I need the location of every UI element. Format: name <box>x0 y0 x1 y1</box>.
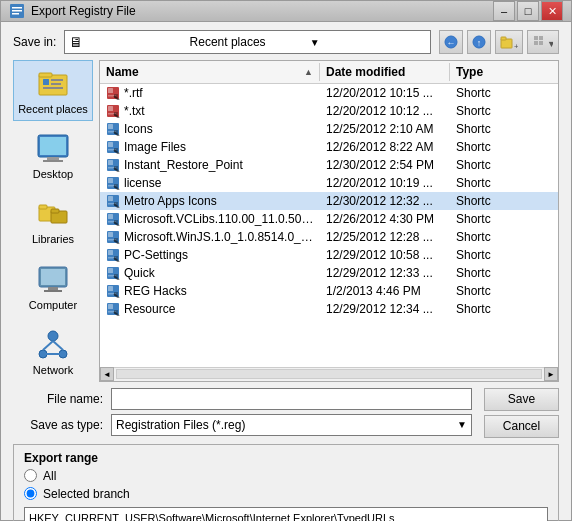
file-name-text: license <box>124 176 161 190</box>
table-row[interactable]: Microsoft.VCLibs.110.00_11.0.50712.1_x64… <box>100 210 558 228</box>
cancel-button[interactable]: Cancel <box>484 415 559 438</box>
sidebar-item-libraries[interactable]: Libraries <box>13 190 93 251</box>
close-button[interactable]: ✕ <box>541 1 563 21</box>
save-as-type-label: Save as type: <box>13 418 103 432</box>
file-type-cell: Shortc <box>450 157 558 173</box>
file-list-body[interactable]: *.rtf 12/20/2012 10:15 ... Shortc *.txt … <box>100 84 558 367</box>
horizontal-scrollbar[interactable]: ◄ ► <box>100 367 558 381</box>
svg-rect-61 <box>108 160 113 165</box>
scroll-left-btn[interactable]: ◄ <box>100 367 114 381</box>
table-row[interactable]: Image Files 12/26/2012 8:22 AM Shortc <box>100 138 558 156</box>
table-row[interactable]: PC-Settings 12/29/2012 10:58 ... Shortc <box>100 246 558 264</box>
svg-rect-81 <box>108 232 113 237</box>
table-row[interactable]: Microsoft.WinJS.1.0_1.0.8514.0_neutral_8… <box>100 228 558 246</box>
selected-branch-radio[interactable] <box>24 487 37 500</box>
file-icon <box>106 194 120 208</box>
file-date-cell: 12/30/2012 2:54 PM <box>320 157 450 173</box>
recent-places-icon <box>35 65 71 101</box>
svg-rect-11 <box>534 36 538 40</box>
file-date-cell: 12/25/2012 2:10 AM <box>320 121 450 137</box>
table-row[interactable]: *.rtf 12/20/2012 10:15 ... Shortc <box>100 84 558 102</box>
file-name-text: Image Files <box>124 140 186 154</box>
sidebar-item-network[interactable]: Network <box>13 321 93 382</box>
side-buttons: Save Cancel <box>484 388 559 438</box>
save-as-type-arrow-icon: ▼ <box>457 419 467 430</box>
form-fields: File name: Save as type: Registration Fi… <box>13 388 472 438</box>
file-date-cell: 12/20/2012 10:19 ... <box>320 175 450 191</box>
svg-rect-20 <box>51 83 61 85</box>
table-row[interactable]: Metro Apps Icons 12/30/2012 12:32 ... Sh… <box>100 192 558 210</box>
svg-text:▼: ▼ <box>547 39 553 49</box>
col-name-header[interactable]: Name ▲ <box>100 63 320 81</box>
svg-rect-2 <box>12 10 22 12</box>
view-button[interactable]: ▼ <box>527 30 559 54</box>
table-row[interactable]: Resource 12/29/2012 12:34 ... Shortc <box>100 300 558 318</box>
save-as-type-combo[interactable]: Registration Files (*.reg) ▼ <box>111 414 472 436</box>
minimize-button[interactable]: – <box>493 1 515 21</box>
file-name-cell: Icons <box>100 121 320 137</box>
svg-rect-32 <box>48 287 58 290</box>
svg-rect-19 <box>51 79 63 81</box>
file-date-cell: 12/26/2012 8:22 AM <box>320 139 450 155</box>
svg-text:←: ← <box>447 38 456 48</box>
svg-rect-29 <box>51 209 59 213</box>
svg-rect-9 <box>501 37 506 40</box>
svg-rect-13 <box>534 41 538 45</box>
file-name-cell: license <box>100 175 320 191</box>
new-folder-button[interactable]: + <box>495 30 523 54</box>
export-registry-dialog: Export Registry File – □ ✕ Save in: 🖥 Re… <box>0 0 572 521</box>
file-icon <box>106 230 120 244</box>
file-type-cell: Shortc <box>450 85 558 101</box>
table-row[interactable]: Icons 12/25/2012 2:10 AM Shortc <box>100 120 558 138</box>
col-type-header[interactable]: Type <box>450 63 558 81</box>
title-bar-left: Export Registry File <box>9 3 136 19</box>
file-date-cell: 12/29/2012 12:34 ... <box>320 301 450 317</box>
file-name-input[interactable] <box>111 388 472 410</box>
file-icon <box>106 212 120 226</box>
table-row[interactable]: Instant_Restore_Point 12/30/2012 2:54 PM… <box>100 156 558 174</box>
up-button[interactable]: ↑ <box>467 30 491 54</box>
file-icon <box>106 302 120 316</box>
file-name-cell: *.txt <box>100 103 320 119</box>
selected-branch-label: Selected branch <box>43 487 130 501</box>
file-name-cell: Quick <box>100 265 320 281</box>
sidebar-item-desktop[interactable]: Desktop <box>13 125 93 186</box>
sidebar-item-computer[interactable]: Computer <box>13 256 93 317</box>
file-name-text: *.txt <box>124 104 145 118</box>
table-row[interactable]: license 12/20/2012 10:19 ... Shortc <box>100 174 558 192</box>
file-name-row: File name: <box>13 388 472 410</box>
file-type-cell: Shortc <box>450 103 558 119</box>
col-date-header[interactable]: Date modified <box>320 63 450 81</box>
file-name-cell: REG Hacks <box>100 283 320 299</box>
file-date-cell: 12/20/2012 10:12 ... <box>320 103 450 119</box>
svg-rect-23 <box>40 137 66 155</box>
sidebar-item-recent-places[interactable]: Recent places <box>13 60 93 121</box>
svg-line-37 <box>43 341 53 350</box>
table-row[interactable]: *.txt 12/20/2012 10:12 ... Shortc <box>100 102 558 120</box>
table-row[interactable]: REG Hacks 1/2/2013 4:46 PM Shortc <box>100 282 558 300</box>
file-date-cell: 1/2/2013 4:46 PM <box>320 283 450 299</box>
file-type-cell: Shortc <box>450 229 558 245</box>
table-row[interactable]: Quick 12/29/2012 12:33 ... Shortc <box>100 264 558 282</box>
form-rows-area: File name: Save as type: Registration Fi… <box>13 388 559 438</box>
all-radio[interactable] <box>24 469 37 482</box>
file-type-cell: Shortc <box>450 301 558 317</box>
file-date-cell: 12/29/2012 10:58 ... <box>320 247 450 263</box>
back-button[interactable]: ← <box>439 30 463 54</box>
file-icon <box>106 176 120 190</box>
svg-rect-96 <box>108 286 113 291</box>
file-name-text: REG Hacks <box>124 284 187 298</box>
svg-rect-14 <box>539 41 543 45</box>
file-date-cell: 12/30/2012 12:32 ... <box>320 193 450 209</box>
file-name-cell: Instant_Restore_Point <box>100 157 320 173</box>
svg-rect-31 <box>41 269 65 285</box>
svg-rect-12 <box>539 36 543 40</box>
maximize-button[interactable]: □ <box>517 1 539 21</box>
scroll-right-btn[interactable]: ► <box>544 367 558 381</box>
sidebar-item-label-recent: Recent places <box>18 103 88 116</box>
save-button[interactable]: Save <box>484 388 559 411</box>
save-in-combo[interactable]: 🖥 Recent places ▼ <box>64 30 431 54</box>
selected-branch-path-input[interactable] <box>24 507 548 521</box>
file-type-cell: Shortc <box>450 139 558 155</box>
title-buttons: – □ ✕ <box>493 1 563 21</box>
